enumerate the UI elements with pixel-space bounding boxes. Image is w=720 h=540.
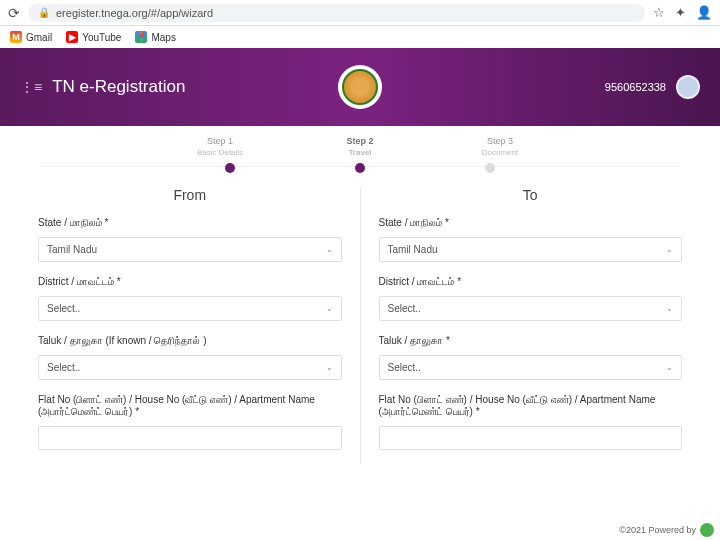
from-state-field: State / மாநிலம் * Tamil Nadu⌄ bbox=[38, 217, 342, 262]
to-title: To bbox=[379, 187, 683, 203]
bookmark-gmail[interactable]: MGmail bbox=[10, 31, 52, 43]
to-district-label: District / மாவட்டம் * bbox=[379, 276, 683, 288]
footer-logo-icon bbox=[700, 523, 714, 537]
step-2[interactable]: Step 2Travel bbox=[330, 136, 390, 157]
app-title: TN e-Registration bbox=[52, 77, 185, 97]
stepper: Step 1Basic Details Step 2Travel Step 3D… bbox=[0, 126, 720, 161]
user-id: 9560652338 bbox=[605, 81, 666, 93]
from-flat-label: Flat No (பிளாட் எண்) / House No (வீட்டு … bbox=[38, 394, 342, 418]
dot-3 bbox=[485, 163, 495, 173]
to-taluk-select[interactable]: Select..⌄ bbox=[379, 355, 683, 380]
from-title: From bbox=[38, 187, 342, 203]
url-bar[interactable]: 🔒 eregister.tnega.org/#/app/wizard bbox=[28, 4, 645, 22]
footer: ©2021 Powered by bbox=[613, 520, 720, 540]
to-state-select[interactable]: Tamil Nadu⌄ bbox=[379, 237, 683, 262]
chevron-down-icon: ⌄ bbox=[326, 363, 333, 372]
chevron-down-icon: ⌄ bbox=[326, 304, 333, 313]
chevron-down-icon: ⌄ bbox=[666, 363, 673, 372]
url-text: eregister.tnega.org/#/app/wizard bbox=[56, 7, 213, 19]
to-column: To State / மாநிலம் * Tamil Nadu⌄ Distric… bbox=[361, 187, 701, 464]
emblem-logo bbox=[338, 65, 382, 109]
from-state-label: State / மாநிலம் * bbox=[38, 217, 342, 229]
to-taluk-field: Taluk / தாலுகா * Select..⌄ bbox=[379, 335, 683, 380]
stepper-dots bbox=[0, 161, 720, 181]
form-area: From State / மாநிலம் * Tamil Nadu⌄ Distr… bbox=[0, 181, 720, 470]
step-3[interactable]: Step 3Document bbox=[470, 136, 530, 157]
to-district-field: District / மாவட்டம் * Select..⌄ bbox=[379, 276, 683, 321]
from-district-field: District / மாவட்டம் * Select..⌄ bbox=[38, 276, 342, 321]
from-column: From State / மாநிலம் * Tamil Nadu⌄ Distr… bbox=[20, 187, 360, 464]
chevron-down-icon: ⌄ bbox=[666, 245, 673, 254]
chevron-down-icon: ⌄ bbox=[666, 304, 673, 313]
step-1[interactable]: Step 1Basic Details bbox=[190, 136, 250, 157]
from-district-select[interactable]: Select..⌄ bbox=[38, 296, 342, 321]
app-header: ⋮≡ TN e-Registration 9560652338 bbox=[0, 48, 720, 126]
dot-2 bbox=[355, 163, 365, 173]
from-district-label: District / மாவட்டம் * bbox=[38, 276, 342, 288]
youtube-icon: ▶ bbox=[66, 31, 78, 43]
from-flat-input[interactable] bbox=[38, 426, 342, 450]
refresh-icon[interactable]: ⟳ bbox=[8, 5, 20, 21]
to-flat-field: Flat No (பிளாட் எண்) / House No (வீட்டு … bbox=[379, 394, 683, 450]
to-state-field: State / மாநிலம் * Tamil Nadu⌄ bbox=[379, 217, 683, 262]
lock-icon: 🔒 bbox=[38, 7, 50, 18]
menu-icon[interactable]: ⋮≡ bbox=[20, 79, 42, 95]
gmail-icon: M bbox=[10, 31, 22, 43]
from-state-select[interactable]: Tamil Nadu⌄ bbox=[38, 237, 342, 262]
star-icon[interactable]: ☆ bbox=[653, 5, 665, 20]
bookmark-youtube[interactable]: ▶YouTube bbox=[66, 31, 121, 43]
maps-icon: 📍 bbox=[135, 31, 147, 43]
bookmark-maps[interactable]: 📍Maps bbox=[135, 31, 175, 43]
browser-toolbar: ⟳ 🔒 eregister.tnega.org/#/app/wizard ☆ ✦… bbox=[0, 0, 720, 26]
to-district-select[interactable]: Select..⌄ bbox=[379, 296, 683, 321]
from-taluk-select[interactable]: Select..⌄ bbox=[38, 355, 342, 380]
chevron-down-icon: ⌄ bbox=[326, 245, 333, 254]
to-flat-label: Flat No (பிளாட் எண்) / House No (வீட்டு … bbox=[379, 394, 683, 418]
extension-icon[interactable]: ✦ bbox=[675, 5, 686, 20]
to-taluk-label: Taluk / தாலுகா * bbox=[379, 335, 683, 347]
to-state-label: State / மாநிலம் * bbox=[379, 217, 683, 229]
to-flat-input[interactable] bbox=[379, 426, 683, 450]
user-area: 9560652338 bbox=[605, 75, 700, 99]
from-taluk-field: Taluk / தாலுகா (If known / தெரிந்தால் ) … bbox=[38, 335, 342, 380]
dot-1 bbox=[225, 163, 235, 173]
avatar[interactable] bbox=[676, 75, 700, 99]
from-flat-field: Flat No (பிளாட் எண்) / House No (வீட்டு … bbox=[38, 394, 342, 450]
from-taluk-label: Taluk / தாலுகா (If known / தெரிந்தால் ) bbox=[38, 335, 342, 347]
browser-actions: ☆ ✦ 👤 bbox=[653, 5, 712, 20]
footer-text: ©2021 Powered by bbox=[619, 525, 696, 535]
profile-icon[interactable]: 👤 bbox=[696, 5, 712, 20]
bookmarks-bar: MGmail ▶YouTube 📍Maps bbox=[0, 26, 720, 48]
